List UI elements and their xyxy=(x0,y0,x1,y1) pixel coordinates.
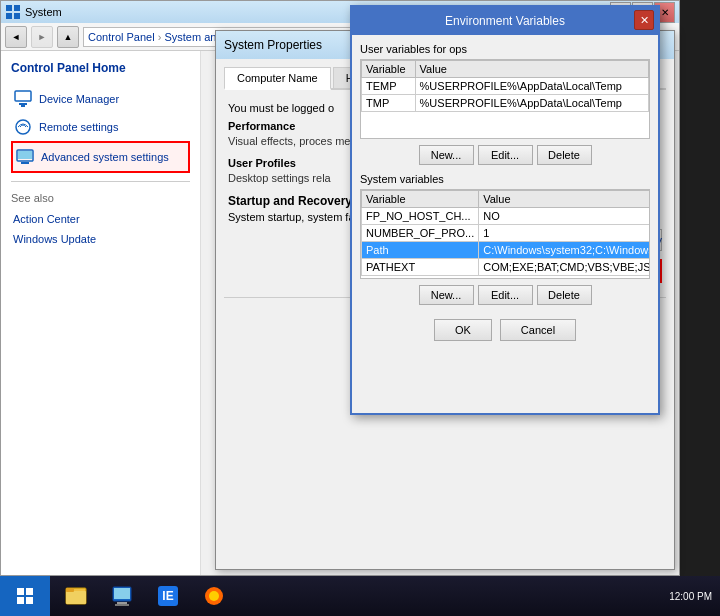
window-icon xyxy=(5,4,21,20)
sys-var-value: 1 xyxy=(479,225,650,242)
device-manager-label: Device Manager xyxy=(39,93,119,105)
svg-rect-9 xyxy=(18,151,32,159)
sidebar: Control Panel Home Device Manager Remote… xyxy=(1,51,201,575)
svg-rect-11 xyxy=(17,588,24,595)
action-center-label: Action Center xyxy=(13,213,80,225)
svg-rect-6 xyxy=(21,105,25,107)
svg-point-25 xyxy=(209,591,219,601)
sidebar-title: Control Panel Home xyxy=(11,61,190,75)
tray-time: 12:00 PM xyxy=(669,591,712,602)
user-var-name: TEMP xyxy=(362,78,416,95)
sys-delete-button[interactable]: Delete xyxy=(537,285,592,305)
sys-var-name: FP_NO_HOST_CH... xyxy=(362,208,479,225)
remote-settings-label: Remote settings xyxy=(39,121,118,133)
svg-rect-0 xyxy=(6,5,12,11)
user-new-button[interactable]: New... xyxy=(419,145,474,165)
sys-var-value: C:\Windows\system32;C:\Windows;C:\Win... xyxy=(479,242,650,259)
user-var-row-temp[interactable]: TEMP %USERPROFILE%\AppData\Local\Temp xyxy=(362,78,649,95)
svg-text:IE: IE xyxy=(162,589,173,603)
sys-var-row-fp[interactable]: FP_NO_HOST_CH... NO xyxy=(362,208,651,225)
advanced-settings-icon xyxy=(15,147,35,167)
sidebar-item-windows-update[interactable]: Windows Update xyxy=(11,229,190,249)
user-var-value: %USERPROFILE%\AppData\Local\Temp xyxy=(415,95,648,112)
svg-rect-21 xyxy=(115,604,129,606)
env-variables-dialog: Environment Variables ✕ User variables f… xyxy=(350,5,660,415)
sidebar-divider xyxy=(11,181,190,182)
svg-rect-12 xyxy=(26,588,33,595)
env-cancel-button[interactable]: Cancel xyxy=(500,319,576,341)
user-vars-table: Variable Value TEMP %USERPROFILE%\AppDat… xyxy=(361,60,649,112)
sidebar-item-action-center[interactable]: Action Center xyxy=(11,209,190,229)
svg-rect-4 xyxy=(15,91,31,101)
sys-vars-buttons: New... Edit... Delete xyxy=(360,285,650,305)
sys-var-column-header: Variable xyxy=(362,191,479,208)
advanced-settings-label: Advanced system settings xyxy=(41,151,169,163)
svg-rect-19 xyxy=(114,588,130,599)
svg-rect-3 xyxy=(14,13,20,19)
see-also-label: See also xyxy=(11,192,190,204)
sys-var-name: PATHEXT xyxy=(362,259,479,276)
sys-vars-table: Variable Value FP_NO_HOST_CH... NO NUMBE… xyxy=(361,190,650,276)
up-button[interactable]: ▲ xyxy=(57,26,79,48)
user-var-row-tmp[interactable]: TMP %USERPROFILE%\AppData\Local\Temp xyxy=(362,95,649,112)
user-delete-button[interactable]: Delete xyxy=(537,145,592,165)
sys-var-value: NO xyxy=(479,208,650,225)
user-vars-label: User variables for ops xyxy=(360,43,650,55)
env-dialog-content: User variables for ops Variable Value TE… xyxy=(352,35,658,355)
user-var-value: %USERPROFILE%\AppData\Local\Temp xyxy=(415,78,648,95)
sys-var-row-numproc[interactable]: NUMBER_OF_PRO... 1 xyxy=(362,225,651,242)
sidebar-item-advanced[interactable]: Advanced system settings xyxy=(11,141,190,173)
env-ok-button[interactable]: OK xyxy=(434,319,492,341)
user-edit-button[interactable]: Edit... xyxy=(478,145,533,165)
env-dialog-title-text: Environment Variables xyxy=(445,14,565,28)
env-ok-cancel-buttons: OK Cancel xyxy=(360,313,650,347)
sidebar-item-device-manager[interactable]: Device Manager xyxy=(11,85,190,113)
env-dialog-titlebar: Environment Variables ✕ xyxy=(352,7,658,35)
svg-rect-20 xyxy=(117,602,127,604)
sys-var-name: Path xyxy=(362,242,479,259)
var-column-header: Variable xyxy=(362,61,416,78)
taskbar: IE 12:00 PM xyxy=(0,576,720,616)
back-button[interactable]: ◄ xyxy=(5,26,27,48)
taskbar-item-4[interactable] xyxy=(192,578,236,614)
remote-settings-icon xyxy=(13,117,33,137)
sys-vars-label: System variables xyxy=(360,173,650,185)
taskbar-item-explorer[interactable] xyxy=(54,578,98,614)
sys-var-name: NUMBER_OF_PRO... xyxy=(362,225,479,242)
sys-var-row-path[interactable]: Path C:\Windows\system32;C:\Windows;C:\W… xyxy=(362,242,651,259)
sys-val-column-header: Value xyxy=(479,191,650,208)
sys-dialog-title-text: System Properties xyxy=(224,38,322,52)
sys-var-row-pathext[interactable]: PATHEXT COM;EXE;BAT;CMD;VBS;VBE;JS... xyxy=(362,259,651,276)
sidebar-item-remote-settings[interactable]: Remote settings xyxy=(11,113,190,141)
svg-rect-1 xyxy=(14,5,20,11)
start-button[interactable] xyxy=(0,576,50,616)
taskbar-tray: 12:00 PM xyxy=(661,591,720,602)
svg-rect-10 xyxy=(21,162,29,164)
val-column-header: Value xyxy=(415,61,648,78)
svg-rect-17 xyxy=(66,588,74,592)
user-var-name: TMP xyxy=(362,95,416,112)
user-vars-table-container: Variable Value TEMP %USERPROFILE%\AppDat… xyxy=(360,59,650,139)
windows-update-label: Windows Update xyxy=(13,233,96,245)
sys-vars-table-container: Variable Value FP_NO_HOST_CH... NO NUMBE… xyxy=(360,189,650,279)
device-manager-icon xyxy=(13,89,33,109)
svg-rect-14 xyxy=(26,597,33,604)
tab-computer-name[interactable]: Computer Name xyxy=(224,67,331,90)
svg-rect-5 xyxy=(19,103,27,105)
user-vars-buttons: New... Edit... Delete xyxy=(360,145,650,165)
svg-rect-2 xyxy=(6,13,12,19)
sys-var-value: COM;EXE;BAT;CMD;VBS;VBE;JS... xyxy=(479,259,650,276)
env-close-button[interactable]: ✕ xyxy=(634,10,654,30)
sys-new-button[interactable]: New... xyxy=(419,285,474,305)
taskbar-item-3[interactable]: IE xyxy=(146,578,190,614)
svg-rect-13 xyxy=(17,597,24,604)
taskbar-items: IE xyxy=(50,576,661,616)
forward-button[interactable]: ► xyxy=(31,26,53,48)
svg-rect-16 xyxy=(66,591,86,604)
taskbar-item-2[interactable] xyxy=(100,578,144,614)
sys-edit-button[interactable]: Edit... xyxy=(478,285,533,305)
